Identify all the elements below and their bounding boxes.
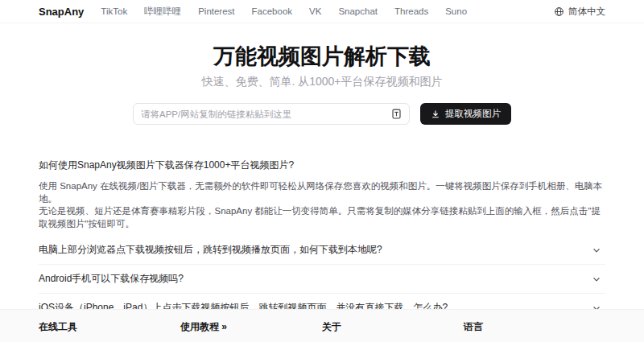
search-row: 提取视频图片 <box>0 103 644 125</box>
footer-heading-tutorials[interactable]: 使用教程 » <box>180 320 322 334</box>
nav-item-pinterest[interactable]: Pinterest <box>198 6 234 16</box>
url-input-wrapper <box>133 103 410 125</box>
footer-heading-language[interactable]: 语言 <box>464 320 605 334</box>
page-subtitle: 快速、免费、简单. 从1000+平台保存视频和图片 <box>0 75 644 89</box>
nav-item-threads[interactable]: Threads <box>394 6 428 16</box>
footer-col-language: 语言 <box>464 320 605 342</box>
extract-button-label: 提取视频图片 <box>445 108 501 120</box>
top-navbar: SnapAny TikTok 哔哩哔哩 Pinterest Facebook V… <box>0 0 644 23</box>
faq-question: 电脑上部分浏览器点下载视频按钮后，跳转到视频播放页面，如何下载到本地呢? <box>39 243 382 257</box>
download-icon <box>431 109 440 119</box>
hero-section: 万能视频图片解析下载 快速、免费、简单. 从1000+平台保存视频和图片 <box>0 23 644 125</box>
faq-paragraph: 使用 SnapAny 在线视频/图片下载器，无需额外的软件即可轻松从网络保存您喜… <box>39 180 605 205</box>
footer-col-online-tools: 在线工具 <box>39 320 180 342</box>
faq-heading: 如何使用SnapAny视频图片下载器保存1000+平台视频图片? <box>39 159 605 172</box>
footer-col-about: 关于 <box>322 320 464 342</box>
page-title: 万能视频图片解析下载 <box>0 43 644 70</box>
url-input[interactable] <box>141 109 389 119</box>
faq-question: Android手机可以下载保存视频吗? <box>39 272 184 286</box>
footer-col-tutorials: 使用教程 » <box>180 320 322 342</box>
faq-item-browser-download[interactable]: 电脑上部分浏览器点下载视频按钮后，跳转到视频播放页面，如何下载到本地呢? <box>39 236 605 265</box>
faq-description: 使用 SnapAny 在线视频/图片下载器，无需额外的软件即可轻松从网络保存您喜… <box>39 180 605 230</box>
language-label: 简体中文 <box>568 6 605 18</box>
faq-paragraph: 无论是视频、短片还是体育赛事精彩片段，SnapAny 都能让一切变得简单。只需将… <box>39 205 605 230</box>
nav-item-bilibili[interactable]: 哔哩哔哩 <box>144 6 181 18</box>
nav-item-facebook[interactable]: Facebook <box>252 6 293 16</box>
nav-item-vk[interactable]: VK <box>309 6 321 16</box>
nav-item-tiktok[interactable]: TikTok <box>101 6 127 16</box>
faq-item-android[interactable]: Android手机可以下载保存视频吗? <box>39 265 605 294</box>
nav-item-suno[interactable]: Suno <box>445 6 467 16</box>
footer-heading-about[interactable]: 关于 <box>322 320 464 334</box>
footer-heading-online-tools[interactable]: 在线工具 <box>39 320 180 334</box>
extract-button[interactable]: 提取视频图片 <box>420 103 511 125</box>
language-switcher[interactable]: 简体中文 <box>554 6 605 18</box>
logo[interactable]: SnapAny <box>39 6 84 18</box>
footer: 在线工具 使用教程 » 关于 语言 <box>0 309 644 342</box>
chevron-down-icon <box>592 275 601 283</box>
globe-icon <box>554 6 564 17</box>
nav-item-snapchat[interactable]: Snapchat <box>338 6 378 16</box>
paste-icon[interactable] <box>389 107 403 122</box>
chevron-down-icon <box>592 246 601 254</box>
